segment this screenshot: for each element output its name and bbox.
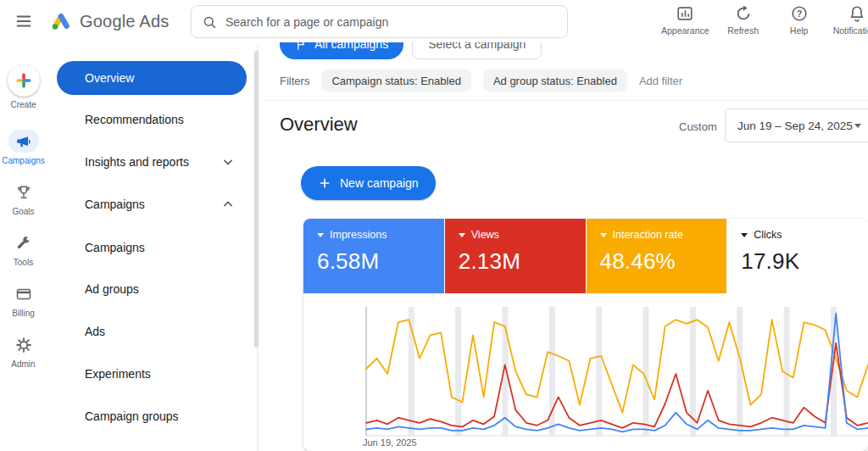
google-ads-logo[interactable]: Google Ads xyxy=(49,10,169,32)
gear-icon xyxy=(8,333,39,356)
google-ads-logo-icon xyxy=(49,10,73,32)
wrench-icon xyxy=(8,231,39,254)
subitem-ad-groups-label: Ad groups xyxy=(85,282,139,296)
plus-icon xyxy=(8,64,40,97)
caret-down-icon xyxy=(317,233,324,237)
scorecard-interaction-rate-label: Interaction rate xyxy=(613,229,683,241)
chevron-up-icon xyxy=(220,196,236,213)
menu-icon[interactable] xyxy=(14,11,34,31)
megaphone-icon xyxy=(8,130,39,153)
subitem-campaign-groups-label: Campaign groups xyxy=(85,409,179,423)
appearance-button[interactable]: Appearance xyxy=(661,4,709,36)
new-campaign-button[interactable]: New campaign xyxy=(301,166,436,200)
subitem-experiments-label: Experiments xyxy=(85,367,151,381)
scorecard-clicks-label: Clicks xyxy=(754,229,782,241)
filter-chip-campaign-status[interactable]: Campaign status: Enabled xyxy=(321,70,470,92)
all-campaigns-tab[interactable]: All campaigns xyxy=(280,42,403,59)
sidebar-item-campaigns[interactable]: Campaigns xyxy=(47,184,257,225)
refresh-icon xyxy=(734,4,753,23)
overview-panel: Impressions 6.58M Views 2.13M Interactio… xyxy=(303,219,868,451)
rail-item-billing[interactable]: Billing xyxy=(8,282,39,318)
refresh-label: Refresh xyxy=(727,25,759,36)
date-range-picker[interactable]: Jun 19 – Sep 24, 2025 xyxy=(725,109,868,142)
search-input[interactable] xyxy=(225,15,557,29)
scorecard-views[interactable]: Views 2.13M xyxy=(445,219,586,293)
add-filter-button[interactable]: Add filter xyxy=(639,75,682,87)
caret-down-icon xyxy=(600,233,607,237)
scorecard-clicks[interactable]: Clicks 17.9K xyxy=(727,219,868,293)
topbar-actions: Appearance Refresh ? Help Notifications xyxy=(661,4,868,36)
sidebar-subitem-experiments[interactable]: Experiments xyxy=(47,354,257,394)
sidebar-item-recommendations[interactable]: Recommendations xyxy=(47,99,257,140)
overview-chart-svg xyxy=(303,293,868,451)
date-range-value: Jun 19 – Sep 24, 2025 xyxy=(737,120,853,132)
rail-tools-label: Tools xyxy=(14,258,33,267)
caret-down-icon xyxy=(741,233,748,237)
scorecard-impressions-value: 6.58M xyxy=(317,248,431,275)
rail-item-campaigns[interactable]: Campaigns xyxy=(2,130,45,165)
sidebar-subitem-ads[interactable]: Ads xyxy=(47,311,257,352)
overview-chart: Jun 19, 2025 xyxy=(303,293,868,451)
sidebar-nav: Overview Recommendations Insights and re… xyxy=(47,42,257,451)
chevron-down-icon xyxy=(220,153,236,170)
new-campaign-label: New campaign xyxy=(340,176,419,190)
scorecard-interaction-rate-value: 48.46% xyxy=(600,248,714,275)
sidebar-item-overview[interactable]: Overview xyxy=(57,61,247,95)
scorecard-impressions-label: Impressions xyxy=(330,229,387,241)
filter-divider xyxy=(260,100,868,101)
date-mode-label: Custom xyxy=(679,120,717,133)
rail-goals-label: Goals xyxy=(12,207,34,216)
appearance-label: Appearance xyxy=(661,25,709,36)
filter-chip-ad-group-status[interactable]: Ad group status: Enabled xyxy=(483,70,627,92)
campaign-scope-row: All campaigns Select a campaign xyxy=(280,42,542,59)
subitem-ads-label: Ads xyxy=(85,325,105,338)
recommendations-label: Recommendations xyxy=(85,113,184,126)
sidebar-subitem-campaigns[interactable]: Campaigns xyxy=(47,227,257,268)
sidebar-subitem-campaign-groups[interactable]: Campaign groups xyxy=(47,396,257,437)
overview-label: Overview xyxy=(85,71,134,85)
rail-item-tools[interactable]: Tools xyxy=(8,231,39,267)
rail-item-goals[interactable]: Goals xyxy=(8,181,39,216)
google-ads-app: Google Ads Appearance Refresh xyxy=(0,0,868,451)
select-campaign-button[interactable]: Select a campaign xyxy=(412,42,542,59)
create-label: Create xyxy=(10,100,36,109)
sidebar-subitem-ad-groups[interactable]: Ad groups xyxy=(47,269,257,309)
global-search[interactable] xyxy=(191,5,568,38)
filter-bar: Filters Campaign status: Enabled Ad grou… xyxy=(280,70,682,92)
create-button[interactable]: Create xyxy=(8,64,40,109)
rail-admin-label: Admin xyxy=(11,359,35,369)
left-rail: Create Campaigns Goals Tools Billing xyxy=(0,42,47,451)
main-content: All campaigns Select a campaign Filters … xyxy=(260,42,868,451)
scorecard-row: Impressions 6.58M Views 2.13M Interactio… xyxy=(303,219,868,293)
insights-label: Insights and reports xyxy=(85,155,189,169)
rail-billing-label: Billing xyxy=(12,309,35,318)
scorecard-interaction-rate[interactable]: Interaction rate 48.46% xyxy=(587,219,727,293)
rail-item-admin[interactable]: Admin xyxy=(8,333,39,369)
rail-campaigns-label: Campaigns xyxy=(2,156,45,165)
sidebar-item-insights-and-reports[interactable]: Insights and reports xyxy=(47,142,257,182)
notifications-button[interactable]: Notifications xyxy=(833,4,868,36)
help-label: Help xyxy=(790,25,809,36)
notifications-icon xyxy=(848,4,866,23)
product-name: Google Ads xyxy=(80,12,169,31)
campaigns-parent-label: Campaigns xyxy=(85,198,145,211)
search-icon xyxy=(202,14,217,30)
all-campaigns-label: All campaigns xyxy=(314,42,388,51)
notifications-label: Notifications xyxy=(833,25,868,36)
svg-text:?: ? xyxy=(797,9,802,19)
chart-x-tick-label: Jun 19, 2025 xyxy=(363,437,417,448)
plus-icon xyxy=(318,176,331,190)
scorecard-views-label: Views xyxy=(471,229,499,241)
help-icon: ? xyxy=(790,4,809,23)
appearance-icon xyxy=(676,4,694,23)
scorecard-views-value: 2.13M xyxy=(459,248,572,275)
refresh-button[interactable]: Refresh xyxy=(721,4,765,36)
top-bar: Google Ads Appearance Refresh xyxy=(0,0,868,42)
caret-down-icon xyxy=(854,124,861,128)
sidebar-scrollbar[interactable] xyxy=(254,51,259,348)
flag-icon xyxy=(295,42,308,51)
credit-card-icon xyxy=(8,282,39,305)
help-button[interactable]: ? Help xyxy=(777,4,821,36)
filters-label: Filters xyxy=(280,75,309,87)
scorecard-impressions[interactable]: Impressions 6.58M xyxy=(303,219,444,293)
